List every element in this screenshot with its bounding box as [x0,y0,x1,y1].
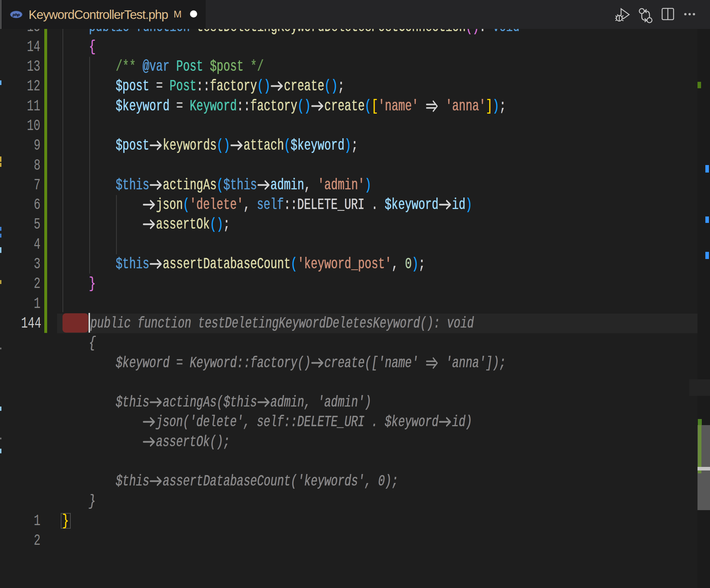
svg-text:php: php [12,13,20,17]
